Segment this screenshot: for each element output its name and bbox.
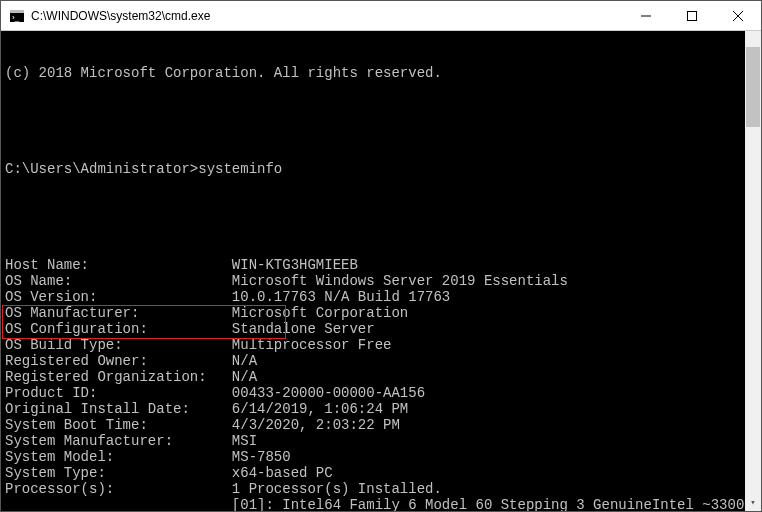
maximize-button[interactable] [669, 1, 715, 31]
terminal-output[interactable]: (c) 2018 Microsoft Corporation. All righ… [1, 31, 761, 511]
info-row: Registered Owner: N/A [5, 353, 757, 369]
prompt-text: C:\Users\Administrator> [5, 161, 198, 177]
window-titlebar: ›_ C:\WINDOWS\system32\cmd.exe [1, 1, 761, 31]
info-row: System Model: MS-7850 [5, 449, 757, 465]
info-row: OS Version: 10.0.17763 N/A Build 17763 [5, 289, 757, 305]
prompt-line: C:\Users\Administrator>systeminfo [5, 161, 757, 177]
scrollbar-track[interactable] [745, 47, 761, 495]
minimize-button[interactable] [623, 1, 669, 31]
info-row: Original Install Date: 6/14/2019, 1:06:2… [5, 401, 757, 417]
info-row: Registered Organization: N/A [5, 369, 757, 385]
info-row: System Manufacturer: MSI [5, 433, 757, 449]
copyright-line: (c) 2018 Microsoft Corporation. All righ… [5, 65, 757, 81]
info-row: System Boot Time: 4/3/2020, 2:03:22 PM [5, 417, 757, 433]
info-row: OS Configuration: Standalone Server [5, 321, 757, 337]
info-row: Processor(s): 1 Processor(s) Installed. [5, 481, 757, 497]
blank-line [5, 209, 757, 225]
info-row: System Type: x64-based PC [5, 465, 757, 481]
info-row: OS Manufacturer: Microsoft Corporation [5, 305, 757, 321]
cmd-icon: ›_ [9, 8, 25, 24]
command-text: systeminfo [198, 161, 282, 177]
close-button[interactable] [715, 1, 761, 31]
scrollbar-thumb[interactable] [746, 47, 760, 127]
blank-line [5, 113, 757, 129]
vertical-scrollbar[interactable]: ▴ ▾ [745, 31, 761, 511]
info-row: Host Name: WIN-KTG3HGMIEEB [5, 257, 757, 273]
info-row: OS Build Type: Multiprocessor Free [5, 337, 757, 353]
scrollbar-down-arrow[interactable]: ▾ [745, 495, 761, 511]
window-title: C:\WINDOWS\system32\cmd.exe [31, 9, 210, 23]
info-row: [01]: Intel64 Family 6 Model 60 Stepping… [5, 497, 757, 512]
systeminfo-output: Host Name: WIN-KTG3HGMIEEBOS Name: Micro… [5, 257, 757, 512]
info-row: OS Name: Microsoft Windows Server 2019 E… [5, 273, 757, 289]
svg-text:›_: ›_ [12, 13, 20, 22]
svg-rect-4 [688, 11, 697, 20]
info-row: Product ID: 00433-20000-00000-AA156 [5, 385, 757, 401]
